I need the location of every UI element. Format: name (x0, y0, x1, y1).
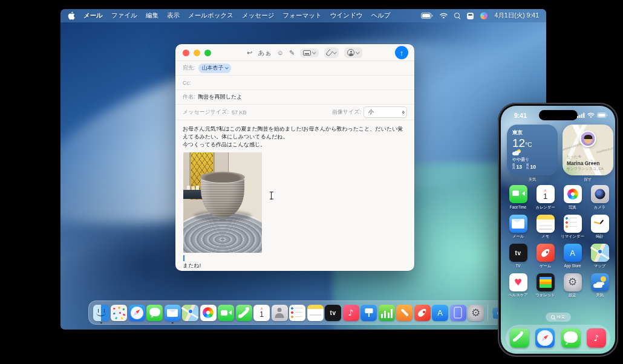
dock-divider (488, 304, 488, 321)
weather-icon (591, 273, 609, 291)
iphone-app-calendar[interactable]: 火1カレンダー (532, 185, 559, 210)
image-size-select[interactable]: 小 (364, 106, 407, 118)
dock-item-facetime[interactable] (218, 302, 235, 323)
dock-item-music[interactable] (342, 302, 359, 323)
dock-item-tv[interactable]: tv (325, 302, 342, 323)
dock-item-reminders[interactable] (289, 302, 306, 323)
dock-item-games[interactable] (414, 302, 431, 323)
iphone-app-mail[interactable]: メール (504, 215, 532, 240)
siri-icon[interactable] (480, 12, 488, 19)
phone-icon[interactable] (510, 328, 529, 348)
dock-item-appstore[interactable]: A (432, 302, 449, 323)
music-icon (343, 305, 359, 321)
menu-item-app-name[interactable]: メール (83, 11, 103, 20)
to-field[interactable]: 宛先: 山本杏子 (175, 61, 414, 76)
iphone-app-weather[interactable]: 天気 (586, 273, 613, 299)
recipient-name: 山本杏子 (202, 64, 224, 72)
iphone-search-pill[interactable]: 検索 (546, 313, 571, 322)
messages-icon (146, 305, 163, 321)
dock-item-finder[interactable] (93, 302, 109, 323)
photo-browser-button[interactable] (300, 48, 319, 57)
cellular-signal-icon (577, 112, 585, 118)
dock-item-numbers[interactable] (378, 302, 395, 323)
iphone-app-settings[interactable]: 設定 (559, 273, 586, 299)
menu-item-view[interactable]: 表示 (167, 11, 180, 20)
dock-item-phone[interactable] (235, 302, 252, 323)
menu-item-format[interactable]: フォーマット (282, 11, 321, 20)
insert-contact-button[interactable] (344, 47, 362, 58)
dock-item-notes[interactable] (307, 302, 324, 323)
map-pin-pointer (585, 149, 590, 152)
notes-icon (307, 305, 324, 321)
chevron-down-icon (312, 50, 316, 53)
dock-item-photos[interactable] (200, 302, 217, 323)
photos-icon (200, 305, 217, 321)
iphone-app-notes[interactable]: メモ (532, 215, 559, 240)
dock-item-iphone-mirroring[interactable] (449, 302, 466, 323)
dock-item-pages[interactable] (396, 302, 413, 323)
iphone-app-appstore[interactable]: AApp Store (559, 244, 586, 269)
pottery-photo[interactable] (183, 152, 262, 253)
dock-item-messages[interactable] (146, 302, 163, 323)
window-titlebar[interactable]: ↩ あぁ ☺ ✎ ↑ (175, 44, 414, 61)
iphone-app-maps[interactable]: マップ (586, 244, 613, 269)
zoom-button[interactable] (204, 50, 211, 56)
iphone-app-wallet[interactable]: ウォレット (532, 273, 559, 299)
wallet-icon (537, 273, 555, 291)
dock-item-contacts[interactable] (271, 302, 288, 323)
apple-menu-icon[interactable] (68, 11, 75, 20)
dock-item-keynote[interactable] (360, 302, 377, 323)
dock-item-calendar[interactable]: 火1 (253, 302, 270, 323)
emoji-icon[interactable]: ☺ (277, 50, 284, 56)
facetime-icon (509, 185, 527, 203)
weather-city: 東京 (512, 129, 552, 137)
menu-item-message[interactable]: メッセージ (242, 11, 274, 20)
music-icon[interactable] (587, 328, 606, 348)
iphone-app-camera[interactable]: カメラ (586, 185, 613, 210)
control-center-icon[interactable] (467, 13, 474, 19)
subject-field[interactable]: 件名: 陶芸を再開したよ (175, 90, 414, 105)
app-store-letter: A (437, 308, 443, 317)
menu-item-window[interactable]: ウインドウ (330, 11, 363, 20)
markup-icon[interactable]: ✎ (289, 50, 295, 56)
iphone-app-games[interactable]: ゲーム (532, 244, 559, 269)
weather-widget[interactable]: 東京 12°C やや曇り 最高13 最低10 (507, 125, 558, 175)
pages-icon (396, 305, 413, 321)
iphone-app-facetime[interactable]: FaceTime (504, 185, 532, 210)
format-text-button[interactable]: あぁ (258, 50, 272, 56)
attach-file-button[interactable] (324, 47, 339, 58)
dock-item-launchpad[interactable] (111, 302, 128, 323)
findmy-widget[interactable]: MARINA GREEN DR MARINA BLVD たった今 Marina … (563, 125, 613, 175)
menu-item-mailbox[interactable]: メールボックス (188, 11, 233, 20)
ibeam-text-cursor (269, 192, 274, 200)
menu-item-file[interactable]: ファイル (111, 11, 137, 20)
close-button[interactable] (183, 50, 189, 56)
dock-item-settings[interactable] (468, 302, 484, 323)
message-body[interactable]: お母さん元気?私はこの夏また陶芸を始めました!お母さんから教わったこと、だいたい… (175, 120, 414, 271)
spotlight-search-icon[interactable] (454, 13, 460, 19)
cc-field[interactable]: Cc: (175, 76, 414, 90)
iphone-app-clock[interactable]: 時計 (586, 215, 613, 240)
body-line-1: お母さん元気?私はこの夏また陶芸を始めました!お母さんから教わったこと、だいたい… (183, 125, 407, 141)
menu-item-help[interactable]: ヘルプ (371, 11, 390, 20)
iphone-app-reminders[interactable]: リマインダー (559, 215, 586, 240)
keynote-icon (360, 305, 377, 321)
iphone-app-tv[interactable]: tvTV (504, 244, 532, 269)
recipient-chip[interactable]: 山本杏子 (198, 63, 232, 73)
battery-icon[interactable] (421, 13, 433, 19)
undo-icon[interactable]: ↩ (247, 50, 252, 56)
menu-item-edit[interactable]: 編集 (146, 11, 158, 20)
safari-icon[interactable] (535, 328, 555, 348)
menu-bar-clock[interactable]: 4月1日(火) 9:41 (494, 11, 539, 20)
wifi-icon[interactable] (440, 13, 448, 19)
iphone-app-photos[interactable]: 写真 (559, 185, 586, 210)
photo-bowl-rim (200, 172, 245, 183)
dock-item-maps[interactable] (182, 302, 199, 323)
iphone-app-health[interactable]: ヘルスケア (504, 273, 532, 299)
image-size-value: 小 (368, 108, 374, 116)
messages-icon[interactable] (561, 328, 581, 348)
dock-item-safari[interactable] (128, 302, 145, 323)
send-button[interactable]: ↑ (395, 46, 408, 59)
minimize-button[interactable] (194, 50, 200, 56)
dock-item-mail[interactable] (164, 302, 181, 323)
